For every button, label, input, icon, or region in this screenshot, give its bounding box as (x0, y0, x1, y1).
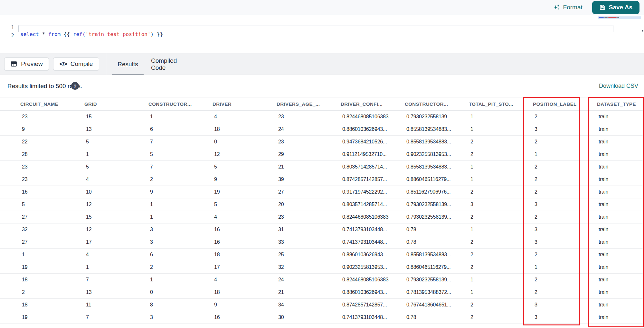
table-cell: 3 (469, 202, 533, 207)
table-cell: 0.8860465116279... (405, 264, 469, 270)
table-cell: 9 (148, 189, 213, 195)
table-cell: 23 (20, 114, 84, 120)
table-cell: 30 (277, 314, 341, 320)
table-cell: 5 (213, 202, 277, 207)
table-cell: 2 (469, 314, 533, 320)
table-cell: 0.8558139534883... (405, 126, 469, 132)
table-cell: 24 (277, 277, 341, 283)
editor-scrollbar[interactable] (642, 30, 643, 32)
sql-editor[interactable]: 1 select * from {{ ref('train_test_posit… (0, 15, 644, 53)
table-cell: 29 (277, 151, 341, 157)
line-number-2: 2 (0, 32, 14, 39)
column-header: GRID (84, 101, 148, 107)
table-row: 27 17 3 16 33 0.7413793103448... 0.78 2 … (0, 236, 644, 249)
table-cell: train (597, 177, 644, 182)
table-row: 22 5 7 0 23 0.9473684210526... 0.8558139… (0, 136, 644, 148)
table-cell: 11 (84, 302, 148, 308)
table-cell: 19 (20, 264, 84, 270)
minimap-code-mark (604, 17, 608, 18)
editor-minimap[interactable] (598, 16, 641, 25)
table-row: 5 12 1 5 20 0.8035714285714... 0.7930232… (0, 198, 644, 211)
results-table: CIRCUIT_NAMEGRIDCONSTRUCTOR...DRIVERDRIV… (0, 97, 644, 328)
code-line-1: 1 select * from {{ ref('train_test_posit… (0, 17, 644, 24)
table-cell: 0 (213, 139, 277, 145)
table-cell: 24 (277, 126, 341, 132)
table-cell: 0.9112149532710... (341, 151, 405, 157)
table-cell: 1 (469, 277, 533, 283)
table-cell: 2 (148, 264, 213, 270)
table-body: 23 15 1 4 23 0.824468085106383 0.7930232… (0, 111, 644, 324)
table-cell: 0.8035714285714... (341, 202, 405, 207)
table-row: 23 4 2 9 39 0.8742857142857... 0.8860465… (0, 173, 644, 186)
table-cell: 1 (148, 214, 213, 220)
table-cell: 1 (469, 114, 533, 120)
results-toolbar: Preview </> Compile Results Compiled Cod… (0, 53, 644, 75)
table-header-row: CIRCUIT_NAMEGRIDCONSTRUCTOR...DRIVERDRIV… (0, 97, 644, 111)
preview-label: Preview (21, 60, 43, 68)
table-cell: 1 (148, 277, 213, 283)
table-cell: 18 (213, 252, 277, 258)
table-cell: 32 (20, 227, 84, 232)
compile-button[interactable]: </> Compile (53, 57, 99, 71)
table-cell: train (597, 126, 644, 132)
preview-button[interactable]: Preview (4, 57, 49, 71)
table-cell: 0.78 (405, 239, 469, 245)
table-cell: 7 (148, 139, 213, 145)
table-cell: 2 (469, 189, 533, 195)
table-row: 32 12 3 16 31 0.7413793103448... 0.78 1 … (0, 223, 644, 236)
table-cell: 3 (533, 302, 597, 308)
table-cell: 1 (469, 126, 533, 132)
table-cell: 2 (20, 289, 84, 295)
table-cell: 0.8860103626943... (341, 252, 405, 258)
table-row: 27 15 1 4 23 0.824468085106383 0.7930232… (0, 211, 644, 223)
table-cell: 39 (277, 177, 341, 182)
table-cell: 0.8860103626943... (341, 126, 405, 132)
column-header: CIRCUIT_NAME (20, 101, 84, 107)
table-cell: 2 (533, 252, 597, 258)
table-cell: 15 (84, 214, 148, 220)
table-cell: 0.7413793103448... (341, 314, 405, 320)
save-as-button[interactable]: Save As (592, 1, 639, 14)
table-cell: 4 (213, 214, 277, 220)
table-cell: 33 (277, 239, 341, 245)
table-cell: 15 (84, 114, 148, 120)
table-cell: 2 (533, 214, 597, 220)
format-button[interactable]: Format (553, 4, 582, 11)
column-header: DRIVER (213, 101, 277, 107)
table-cell: 2 (533, 189, 597, 195)
table-cell: 9 (20, 126, 84, 132)
table-cell: 27 (20, 239, 84, 245)
table-grid-icon (10, 60, 17, 68)
minimap-viewport (598, 16, 641, 19)
tab-compiled-code[interactable]: Compiled Code (151, 53, 190, 75)
table-cell: 3 (533, 227, 597, 232)
table-cell: 1 (84, 151, 148, 157)
tab-results[interactable]: Results (112, 53, 144, 75)
table-cell: train (597, 164, 644, 170)
table-cell: 4 (84, 252, 148, 258)
table-cell: 3 (533, 202, 597, 207)
compile-label: Compile (71, 60, 93, 68)
table-cell: 5 (148, 151, 213, 157)
table-cell: 2 (533, 177, 597, 182)
table-cell: 16 (20, 189, 84, 195)
table-cell: train (597, 189, 644, 195)
table-cell: 5 (84, 139, 148, 145)
table-cell: train (597, 202, 644, 207)
table-cell: 0.8558139534883... (405, 139, 469, 145)
table-cell: train (597, 151, 644, 157)
table-cell: 10 (84, 189, 148, 195)
table-cell: 2 (469, 239, 533, 245)
help-icon[interactable]: ? (71, 82, 79, 90)
results-meta-row: Results limited to 500 rows. ? Download … (0, 75, 644, 97)
table-cell: 2 (533, 139, 597, 145)
table-cell: 20 (277, 202, 341, 207)
table-cell: 21 (277, 164, 341, 170)
table-cell: train (597, 314, 644, 320)
table-cell: 2 (469, 151, 533, 157)
table-cell: 2 (148, 177, 213, 182)
table-cell: 0.824468085106383 (341, 214, 405, 220)
table-cell: 3 (533, 314, 597, 320)
table-cell: train (597, 227, 644, 232)
download-csv-link[interactable]: Download CSV (599, 83, 638, 89)
